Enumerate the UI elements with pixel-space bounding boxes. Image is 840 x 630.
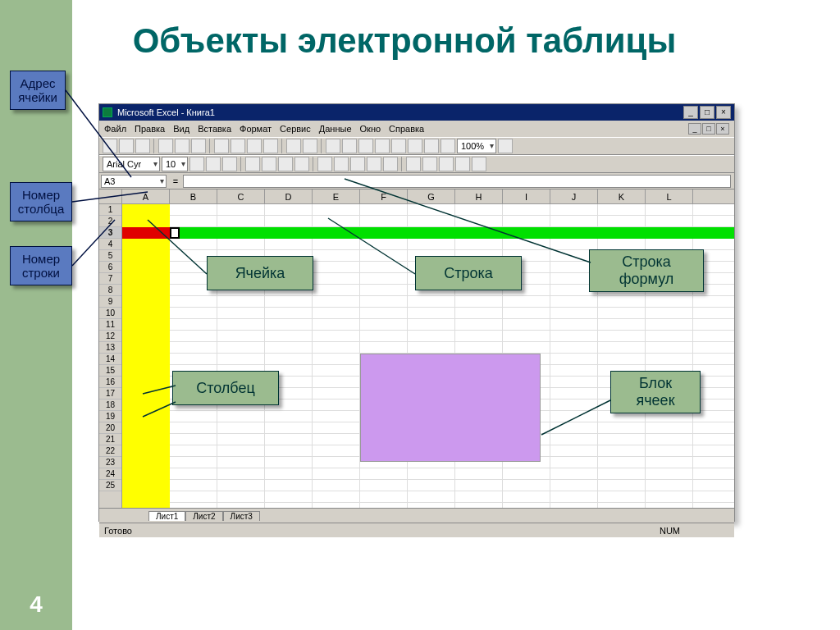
menu-help[interactable]: Справка xyxy=(389,124,424,134)
rowhead-11[interactable]: 11 xyxy=(99,319,121,331)
copy-icon[interactable] xyxy=(231,139,245,153)
painter-icon[interactable] xyxy=(263,139,278,153)
borders-icon[interactable] xyxy=(439,157,454,171)
new-icon[interactable] xyxy=(103,139,117,153)
underline-icon[interactable] xyxy=(222,157,237,171)
inc-decimal-icon[interactable] xyxy=(367,157,381,171)
mdi-maximize-icon[interactable]: □ xyxy=(702,123,715,135)
rowhead-12[interactable]: 12 xyxy=(99,331,121,342)
align-center-icon[interactable] xyxy=(262,157,276,171)
rowhead-18[interactable]: 18 xyxy=(99,399,121,411)
chart-icon[interactable] xyxy=(408,139,422,153)
dec-decimal-icon[interactable] xyxy=(383,157,398,171)
row-headers[interactable]: 1 2 3 4 5 6 7 8 9 10 11 12 13 14 15 16 1… xyxy=(99,204,122,508)
sort-asc-icon[interactable] xyxy=(375,139,390,153)
colhead-d[interactable]: D xyxy=(265,189,313,203)
comma-icon[interactable] xyxy=(350,157,365,171)
mdi-close-icon[interactable]: × xyxy=(716,123,729,135)
rowhead-4[interactable]: 4 xyxy=(99,239,121,250)
rowhead-17[interactable]: 17 xyxy=(99,388,121,399)
bold-icon[interactable] xyxy=(189,157,204,171)
rowhead-5[interactable]: 5 xyxy=(99,250,121,262)
font-name-combo[interactable]: Arial Cyr xyxy=(103,157,160,171)
help-icon[interactable] xyxy=(498,139,513,153)
menu-view[interactable]: Вид xyxy=(173,124,189,134)
sheet-tab-active[interactable]: Лист1 xyxy=(148,511,185,521)
rowhead-15[interactable]: 15 xyxy=(99,365,121,377)
rowhead-7[interactable]: 7 xyxy=(99,273,121,285)
fx-equals-icon[interactable]: = xyxy=(168,176,183,186)
drawing-icon[interactable] xyxy=(441,139,455,153)
undo-icon[interactable] xyxy=(286,139,301,153)
colhead-e[interactable]: E xyxy=(313,189,360,203)
dec-indent-icon[interactable] xyxy=(406,157,421,171)
menu-insert[interactable]: Вставка xyxy=(198,124,231,134)
cut-icon[interactable] xyxy=(214,139,229,153)
rowhead-21[interactable]: 21 xyxy=(99,434,121,445)
colhead-l[interactable]: L xyxy=(646,189,693,203)
rowhead-3[interactable]: 3 xyxy=(99,227,121,239)
inc-indent-icon[interactable] xyxy=(422,157,437,171)
colhead-k[interactable]: K xyxy=(598,189,646,203)
font-color-icon[interactable] xyxy=(472,157,486,171)
menu-file[interactable]: Файл xyxy=(104,124,126,134)
column-headers[interactable]: A B C D E F G H I J K L xyxy=(99,189,734,204)
spell-icon[interactable] xyxy=(191,139,206,153)
print-icon[interactable] xyxy=(158,139,173,153)
colhead-j[interactable]: J xyxy=(550,189,598,203)
menu-edit[interactable]: Правка xyxy=(135,124,165,134)
colhead-b[interactable]: B xyxy=(170,189,217,203)
close-icon[interactable]: × xyxy=(716,106,731,119)
colhead-i[interactable]: I xyxy=(503,189,550,203)
rowhead-16[interactable]: 16 xyxy=(99,377,121,388)
currency-icon[interactable] xyxy=(317,157,332,171)
redo-icon[interactable] xyxy=(303,139,317,153)
menu-format[interactable]: Формат xyxy=(240,124,272,134)
rowhead-13[interactable]: 13 xyxy=(99,342,121,354)
merge-icon[interactable] xyxy=(294,157,309,171)
font-size-combo[interactable]: 10 xyxy=(162,157,188,171)
colhead-c[interactable]: C xyxy=(217,189,265,203)
paste-icon[interactable] xyxy=(247,139,262,153)
italic-icon[interactable] xyxy=(206,157,221,171)
percent-icon[interactable] xyxy=(334,157,349,171)
rowhead-19[interactable]: 19 xyxy=(99,411,121,422)
window-titlebar[interactable]: Microsoft Excel - Книга1 _ □ × xyxy=(99,104,734,121)
select-all-corner[interactable] xyxy=(99,189,122,203)
sheet-tab-3[interactable]: Лист3 xyxy=(223,511,260,521)
rowhead-14[interactable]: 14 xyxy=(99,354,121,365)
rowhead-1[interactable]: 1 xyxy=(99,204,121,216)
menu-window[interactable]: Окно xyxy=(360,124,381,134)
mdi-minimize-icon[interactable]: _ xyxy=(688,123,701,135)
rowhead-2[interactable]: 2 xyxy=(99,216,121,227)
toolbar-standard[interactable]: 100% xyxy=(99,137,734,155)
maximize-icon[interactable]: □ xyxy=(700,106,714,119)
open-icon[interactable] xyxy=(119,139,134,153)
rowhead-22[interactable]: 22 xyxy=(99,445,121,457)
minimize-icon[interactable]: _ xyxy=(683,106,698,119)
rowhead-6[interactable]: 6 xyxy=(99,262,121,273)
menu-service[interactable]: Сервис xyxy=(280,124,311,134)
menu-bar[interactable]: Файл Правка Вид Вставка Формат Сервис Да… xyxy=(99,121,734,137)
fill-color-icon[interactable] xyxy=(455,157,470,171)
fx-icon[interactable] xyxy=(358,139,373,153)
sum-icon[interactable] xyxy=(342,139,357,153)
rowhead-9[interactable]: 9 xyxy=(99,296,121,308)
rowhead-25[interactable]: 25 xyxy=(99,480,121,491)
rowhead-24[interactable]: 24 xyxy=(99,468,121,480)
zoom-combo[interactable]: 100% xyxy=(457,139,496,153)
sort-desc-icon[interactable] xyxy=(391,139,406,153)
align-left-icon[interactable] xyxy=(245,157,260,171)
rowhead-8[interactable]: 8 xyxy=(99,285,121,296)
sheet-tabs[interactable]: Лист1 Лист2 Лист3 xyxy=(99,508,734,523)
align-right-icon[interactable] xyxy=(278,157,293,171)
toolbar-formatting[interactable]: Arial Cyr 10 xyxy=(99,155,734,173)
colhead-h[interactable]: H xyxy=(455,189,503,203)
colhead-g[interactable]: G xyxy=(408,189,455,203)
rowhead-23[interactable]: 23 xyxy=(99,457,121,468)
sheet-tab-2[interactable]: Лист2 xyxy=(185,511,222,521)
formula-bar[interactable] xyxy=(183,175,731,188)
rowhead-20[interactable]: 20 xyxy=(99,422,121,434)
map-icon[interactable] xyxy=(424,139,439,153)
preview-icon[interactable] xyxy=(175,139,189,153)
